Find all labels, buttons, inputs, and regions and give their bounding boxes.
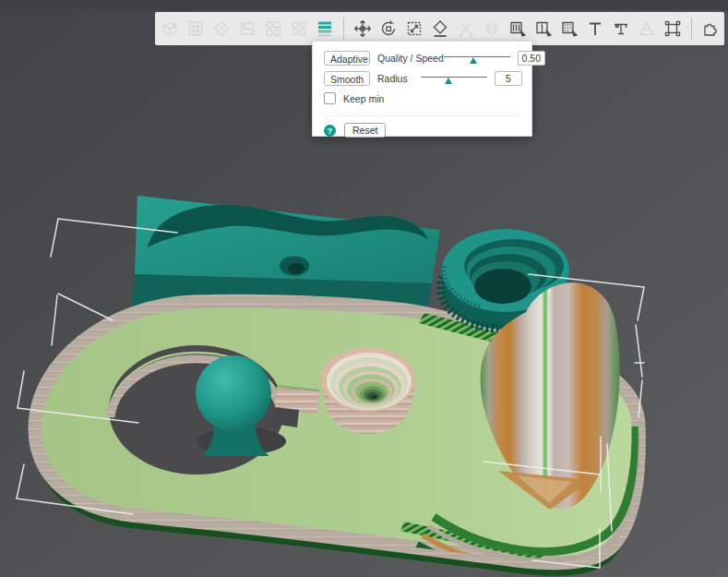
- quality-slider-thumb[interactable]: [470, 57, 477, 64]
- radius-label: Radius: [377, 73, 408, 84]
- arrange-icon[interactable]: [263, 18, 283, 39]
- mirror-icon[interactable]: [482, 18, 502, 39]
- radius-slider[interactable]: [421, 73, 487, 84]
- place-on-face-icon[interactable]: [430, 18, 450, 39]
- radius-slider-track[interactable]: [421, 77, 487, 78]
- measure-icon[interactable]: [611, 18, 631, 39]
- quality-value-input[interactable]: [518, 51, 545, 66]
- keep-min-row: Keep min: [324, 89, 522, 108]
- slicer-window: Adaptive Quality / Speed Smooth Radius K…: [0, 0, 728, 577]
- edit-part-icon[interactable]: [211, 18, 232, 39]
- scale-icon[interactable]: [404, 18, 424, 39]
- toolbar-separator: [691, 18, 692, 40]
- quality-slider[interactable]: [444, 53, 510, 64]
- quality-row: Adaptive Quality / Speed: [324, 48, 522, 67]
- cut-icon[interactable]: [456, 18, 476, 39]
- panel-footer: ? Reset: [324, 115, 522, 138]
- rotate-icon[interactable]: [378, 18, 399, 39]
- variable-layer-height-icon[interactable]: [315, 18, 335, 39]
- fuzzy-skin-paint-icon[interactable]: [559, 18, 579, 39]
- text-icon[interactable]: [585, 18, 605, 39]
- smooth-button[interactable]: Smooth: [324, 71, 370, 86]
- transform-icon[interactable]: [662, 18, 683, 39]
- layer-height-panel: Adaptive Quality / Speed Smooth Radius K…: [312, 41, 532, 137]
- paint-support-icon[interactable]: [507, 18, 528, 39]
- keep-min-label: Keep min: [343, 93, 384, 104]
- adaptive-button[interactable]: Adaptive: [324, 51, 370, 66]
- move-icon[interactable]: [352, 18, 373, 39]
- reset-button[interactable]: Reset: [344, 123, 386, 138]
- seam-paint-icon[interactable]: [533, 18, 554, 39]
- simplify-icon[interactable]: [637, 18, 657, 39]
- model-funnel[interactable]: [321, 347, 415, 434]
- help-icon[interactable]: ?: [324, 125, 336, 137]
- image-icon[interactable]: [237, 18, 257, 39]
- window-top-strip: [0, 0, 728, 10]
- keep-min-checkbox[interactable]: [324, 92, 336, 104]
- quality-speed-label: Quality / Speed: [377, 53, 444, 64]
- radius-value-input[interactable]: [495, 71, 522, 86]
- toolbar-separator: [343, 18, 344, 40]
- add-part-icon[interactable]: [160, 18, 180, 39]
- radius-slider-thumb[interactable]: [445, 78, 452, 84]
- plugin-icon[interactable]: [700, 18, 721, 39]
- duplicate-icon[interactable]: [289, 18, 309, 39]
- radius-row: Smooth Radius: [324, 68, 522, 88]
- quality-slider-track[interactable]: [444, 56, 510, 58]
- delete-grid-icon[interactable]: [185, 18, 206, 39]
